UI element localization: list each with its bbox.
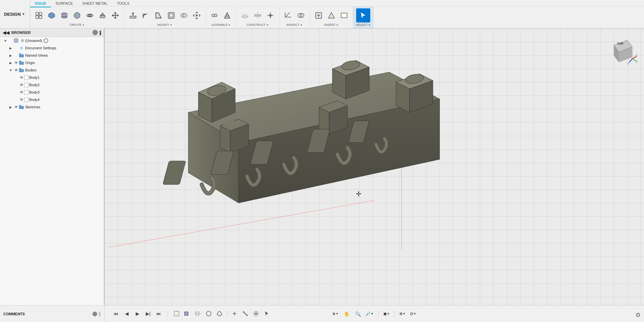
torus-button[interactable] [84,9,96,21]
design-menu-button[interactable]: DESIGN ▼ [0,0,30,28]
body1-checkbox[interactable] [24,75,28,80]
timeline-end-button[interactable]: ⏭ [154,309,164,318]
origin-eye[interactable]: 👁 [13,60,19,65]
view-cube[interactable]: TOP X Z Y [607,35,634,62]
inspect-icons [282,8,307,23]
sketches-eye[interactable]: 👁 [13,104,19,110]
tree-item-named-views[interactable]: Named Views [0,52,104,59]
box-button[interactable] [46,9,58,21]
svg-marker-22 [224,13,230,18]
select-label[interactable]: SELECT ▼ [356,23,371,27]
bodies-arrow[interactable] [8,67,13,73]
tree-item-bodies[interactable]: 👁 Bodies [0,66,104,74]
body2-arrow [13,82,19,88]
move-button[interactable] [109,9,121,21]
browser-resize-divider[interactable] [103,29,104,305]
sphere-button[interactable] [71,9,83,21]
tree-item-body4[interactable]: 👁 Body4 [0,96,104,103]
body3-eye[interactable]: 👁 [19,90,24,95]
construct-label[interactable]: CONSTRUCT ▼ [247,23,268,27]
freeform-select-button[interactable] [215,309,224,318]
window-select-button[interactable] [183,309,192,318]
toolbar-group-assemble: ASSEMBLE ▼ [206,6,236,29]
browser-panel: ◀◀ BROWSER ‖ ⚙ (Unsaved) ⚙ Document Sett… [0,29,105,305]
svg-text:✛: ✛ [356,190,362,198]
viewport[interactable]: ✛ TOP X Z Y [105,29,644,305]
unsaved-arrow[interactable] [3,38,8,43]
tree-item-origin[interactable]: 👁 Origin [0,59,104,66]
body1-eye[interactable]: 👁 [19,75,24,80]
midplane-button[interactable] [252,9,264,21]
assemble-arrow-button[interactable] [221,9,233,21]
document-settings-icon[interactable]: ⚙ [20,38,25,43]
view-cube-svg[interactable]: TOP X Z Y [607,35,637,65]
create-label[interactable]: CREATE ▼ [70,23,85,27]
tree-item-document-settings[interactable]: ⚙ Document Settings [0,44,104,52]
toolbar-group-select: SELECT ▼ [353,6,374,29]
comments-resize-handle[interactable]: ‖ [99,311,101,316]
body3-checkbox[interactable] [24,90,28,95]
tree-item-unsaved[interactable]: ⚙ (Unsaved) [0,37,104,44]
viewport-canvas[interactable]: ✛ TOP X Z Y [105,29,644,305]
move2-button[interactable] [191,9,203,21]
timeline-prev-button[interactable]: ◀ [122,309,131,318]
tree-item-body3[interactable]: 👁 Body3 [0,89,104,96]
svg-rect-84 [185,312,188,315]
crossing-select-button[interactable] [193,309,203,318]
new-component-button[interactable] [33,9,45,21]
measure-button[interactable] [282,9,294,21]
fillet-button[interactable] [140,9,152,21]
body2-eye[interactable]: 👁 [19,82,24,88]
push-pull-button[interactable] [127,9,139,21]
interference-button[interactable] [295,9,307,21]
transform-button[interactable]: ✛ [230,309,239,318]
doc-settings-arrow[interactable] [8,45,13,51]
comments-label: COMMENTS [3,312,25,316]
inspect-label[interactable]: INSPECT ▼ [286,23,303,27]
bodies-eye[interactable]: 👁 [13,67,19,73]
body2-checkbox[interactable] [24,83,28,87]
cursor2-button[interactable] [262,309,271,318]
insert-canvas-button[interactable] [338,9,350,21]
align2-button[interactable] [241,309,250,318]
browser-resize-handle[interactable]: ‖ [99,30,102,35]
cylinder-button[interactable] [58,9,70,21]
body1-arrow [13,75,19,80]
body4-eye[interactable]: 👁 [19,97,24,102]
offset-plane-button[interactable] [239,9,251,21]
tree-item-body2[interactable]: 👁 Body2 [0,81,104,89]
extrude-button[interactable] [96,9,109,21]
sketches-arrow[interactable] [8,104,13,110]
axis-button[interactable] [264,9,276,21]
box-select-button[interactable] [172,309,181,318]
named-views-arrow[interactable] [8,53,13,58]
select-button[interactable] [356,8,370,22]
body4-checkbox[interactable] [24,98,28,102]
timeline-next-button[interactable]: ▶| [143,309,153,318]
record-button[interactable] [44,38,48,43]
toolbar-group-construct: CONSTRUCT ▼ [236,6,279,29]
shell-button[interactable] [165,9,177,21]
combine-button[interactable] [178,9,190,21]
insert-mesh-button[interactable] [313,9,325,21]
toolbar-group-modify: MODIFY ▼ [124,6,206,29]
snap2-button[interactable] [251,309,261,318]
chamfer-button[interactable] [152,9,165,21]
insert-label[interactable]: INSERT ▼ [324,23,338,27]
svg-text:Z: Z [636,61,637,63]
tree-item-body1[interactable]: 👁 Body1 [0,74,104,81]
origin-arrow[interactable] [8,60,13,65]
browser-collapse-button[interactable]: ◀◀ [3,30,9,35]
assemble-label[interactable]: ASSEMBLE ▼ [211,23,230,27]
joint-button[interactable] [208,9,220,21]
sketches-icon [19,104,24,110]
insert-svg-button[interactable] [325,9,337,21]
timeline-play-button[interactable]: ▶ [133,309,142,318]
design-label: DESIGN [4,12,21,17]
modify-label[interactable]: MODIFY ▼ [157,23,172,27]
tree-item-sketches[interactable]: 👁 Sketches [0,103,104,111]
paint-select-button[interactable] [204,309,213,318]
timeline-start-button[interactable]: ⏮ [111,309,121,318]
comments-pin-button[interactable] [92,312,97,316]
browser-pin-button[interactable] [92,30,98,35]
